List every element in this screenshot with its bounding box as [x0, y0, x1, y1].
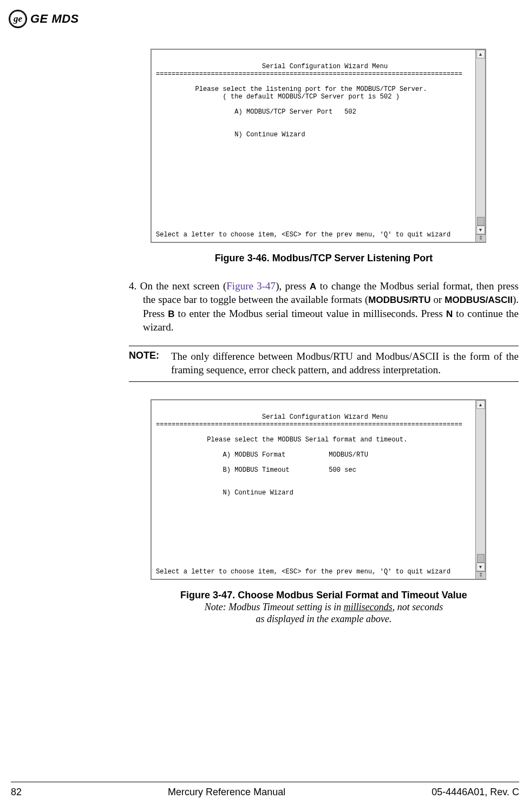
terminal-2-scrollbar[interactable]: ▴ ▾ ⇕: [475, 400, 485, 579]
figure-3-46-caption: Figure 3-46. Modbus/TCP Server Listening…: [129, 253, 519, 264]
figure-3-47-caption: Figure 3-47. Choose Modbus Serial Format…: [129, 590, 519, 601]
term1-opt-n: N) Continue Wizard: [156, 131, 305, 138]
term1-opt-a: A) MODBUS/TCP Server Port 502: [156, 108, 356, 116]
page-number: 82: [11, 787, 22, 798]
term2-footer: Select a letter to choose item, <ESC> fo…: [156, 568, 471, 576]
page-footer: 82 Mercury Reference Manual 05-4446A01, …: [11, 782, 519, 798]
scroll-corner-icon: ⇕: [476, 571, 486, 579]
term2-opt-a: A) MODBUS Format MODBUS/RTU: [156, 451, 368, 459]
term2-opt-n: N) Continue Wizard: [156, 489, 293, 497]
key-n: N: [446, 309, 453, 319]
note-block: NOTE: The only difference between Modbus…: [129, 346, 519, 381]
scroll-up-icon[interactable]: ▴: [476, 50, 485, 58]
term1-divider: ========================================…: [156, 70, 462, 78]
fmt-rtu: MODBUS/RTU: [368, 295, 430, 305]
ge-logo-icon: ge: [9, 10, 27, 28]
term1-title: Serial Configuration Wizard Menu: [156, 63, 388, 70]
scroll-down-icon[interactable]: ▾: [476, 563, 485, 571]
figure-3-47-link[interactable]: Figure 3-47: [226, 280, 276, 292]
fmt-ascii: MODBUS/ASCII: [444, 295, 513, 305]
terminal-2-body: Serial Configuration Wizard Menu =======…: [152, 400, 475, 579]
term2-opt-b: B) MODBUS Timeout 500 sec: [156, 466, 356, 474]
terminal-1-scrollbar[interactable]: ▴ ▾ ⇕: [475, 50, 485, 242]
scroll-thumb[interactable]: [477, 217, 485, 226]
step-num: 4.: [129, 280, 140, 292]
note-text: The only difference between Modbus/RTU a…: [171, 349, 519, 377]
manual-title: Mercury Reference Manual: [168, 787, 285, 798]
scroll-corner-icon: ⇕: [476, 234, 486, 242]
key-b: B: [168, 309, 174, 319]
term1-footer: Select a letter to choose item, <ESC> fo…: [156, 231, 471, 239]
scroll-up-icon[interactable]: ▴: [476, 400, 485, 409]
scroll-down-icon[interactable]: ▾: [476, 226, 485, 234]
brand-text: GE MDS: [30, 12, 79, 26]
terminal-screenshot-2: Serial Configuration Wizard Menu =======…: [151, 399, 486, 580]
key-a: A: [310, 281, 316, 292]
terminal-1-body: Serial Configuration Wizard Menu =======…: [152, 50, 475, 242]
terminal-screenshot-1: Serial Configuration Wizard Menu =======…: [151, 49, 486, 243]
term1-line1: Please select the listening port for the…: [156, 85, 427, 93]
term2-line1: Please select the MODBUS Serial format a…: [156, 436, 407, 444]
step-4-text: 4. On the next screen (Figure 3-47), pre…: [129, 279, 519, 334]
page-header: ge GE MDS: [9, 10, 79, 28]
page-content: Serial Configuration Wizard Menu =======…: [129, 49, 519, 625]
term2-title: Serial Configuration Wizard Menu: [156, 413, 388, 421]
figure-3-47-subcaption-1: Note: Modbus Timeout setting is in milli…: [129, 601, 519, 613]
figure-3-47-subcaption-2: as displayed in the example above.: [129, 613, 519, 625]
term2-divider: ========================================…: [156, 421, 462, 428]
note-label: NOTE:: [129, 349, 171, 377]
scroll-thumb[interactable]: [477, 554, 485, 563]
doc-revision: 05-4446A01, Rev. C: [431, 787, 519, 798]
term1-line2: ( the default MODBUS/TCP Server port is …: [156, 93, 400, 101]
